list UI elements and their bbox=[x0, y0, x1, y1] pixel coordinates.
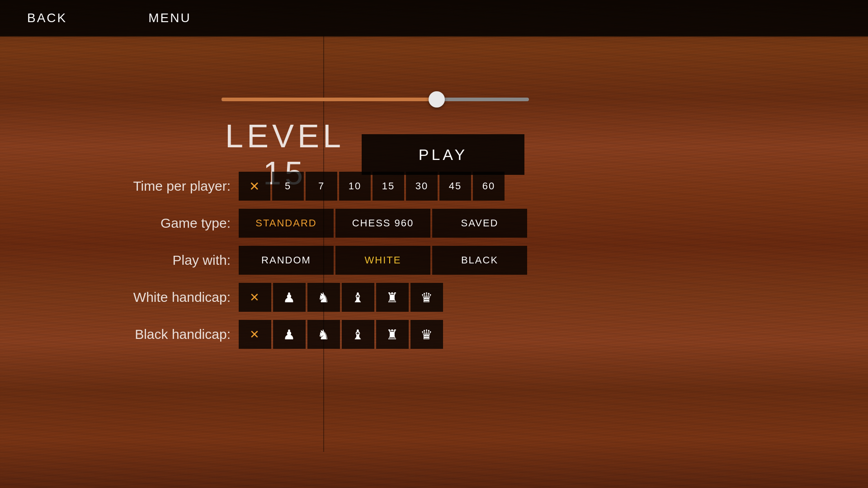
level-slider-container[interactable] bbox=[222, 90, 529, 108]
play-with-label: Play with: bbox=[90, 253, 231, 268]
play-with-row: Play with: RANDOM WHITE BLACK bbox=[90, 246, 778, 275]
time-btn-group: ✕ 5 7 10 15 30 45 60 bbox=[239, 172, 505, 201]
time-30-button[interactable]: 30 bbox=[406, 172, 438, 201]
time-7-button[interactable]: 7 bbox=[306, 172, 337, 201]
main-content: LEVEL 15 PLAY Time per player: ✕ 5 7 10 … bbox=[0, 36, 868, 488]
white-handicap-pawn-button[interactable]: ♟ bbox=[273, 283, 306, 312]
white-handicap-btn-group: ✕ ♟ ♞ ♝ ♜ ♛ bbox=[239, 283, 443, 312]
knight-icon: ♞ bbox=[317, 290, 330, 305]
time-15-button[interactable]: 15 bbox=[373, 172, 404, 201]
play-random-button[interactable]: RANDOM bbox=[239, 246, 334, 275]
time-10-button[interactable]: 10 bbox=[339, 172, 371, 201]
white-handicap-label: White handicap: bbox=[90, 290, 231, 305]
game-type-btn-group: STANDARD CHESS 960 SAVED bbox=[239, 209, 527, 238]
rook-icon-b: ♜ bbox=[386, 327, 399, 343]
play-white-button[interactable]: WHITE bbox=[335, 246, 430, 275]
slider-fill bbox=[222, 98, 437, 101]
pawn-icon: ♟ bbox=[283, 290, 296, 305]
black-handicap-btn-group: ✕ ♟ ♞ ♝ ♜ ♛ bbox=[239, 320, 443, 349]
black-handicap-pawn-button[interactable]: ♟ bbox=[273, 320, 306, 349]
white-handicap-queen-button[interactable]: ♛ bbox=[410, 283, 443, 312]
knight-icon-b: ♞ bbox=[317, 327, 330, 343]
black-handicap-knight-button[interactable]: ♞ bbox=[307, 320, 340, 349]
white-handicap-knight-button[interactable]: ♞ bbox=[307, 283, 340, 312]
slider-track[interactable] bbox=[222, 98, 529, 101]
game-type-row: Game type: STANDARD CHESS 960 SAVED bbox=[90, 209, 778, 238]
white-handicap-bishop-button[interactable]: ♝ bbox=[342, 283, 374, 312]
white-handicap-rook-button[interactable]: ♜ bbox=[376, 283, 409, 312]
queen-icon-b: ♛ bbox=[420, 327, 434, 343]
play-black-button[interactable]: BLACK bbox=[432, 246, 527, 275]
black-handicap-row: Black handicap: ✕ ♟ ♞ ♝ ♜ ♛ bbox=[90, 320, 778, 349]
white-handicap-none-button[interactable]: ✕ bbox=[239, 283, 271, 312]
queen-icon: ♛ bbox=[420, 290, 434, 305]
bishop-icon: ♝ bbox=[352, 290, 365, 305]
white-handicap-row: White handicap: ✕ ♟ ♞ ♝ ♜ ♛ bbox=[90, 283, 778, 312]
time-none-button[interactable]: ✕ bbox=[239, 172, 270, 201]
black-handicap-queen-button[interactable]: ♛ bbox=[410, 320, 443, 349]
bishop-icon-b: ♝ bbox=[352, 327, 365, 343]
menu-button[interactable]: MENU bbox=[148, 11, 191, 25]
black-handicap-label: Black handicap: bbox=[90, 327, 231, 342]
time-60-button[interactable]: 60 bbox=[473, 172, 505, 201]
game-type-standard-button[interactable]: STANDARD bbox=[239, 209, 334, 238]
black-handicap-bishop-button[interactable]: ♝ bbox=[342, 320, 374, 349]
top-bar: BACK MENU bbox=[0, 0, 868, 36]
back-button[interactable]: BACK bbox=[27, 11, 67, 25]
play-button[interactable]: PLAY bbox=[362, 134, 524, 175]
slider-thumb[interactable] bbox=[429, 91, 445, 108]
time-label: Time per player: bbox=[90, 178, 231, 194]
time-45-button[interactable]: 45 bbox=[439, 172, 471, 201]
game-type-label: Game type: bbox=[90, 216, 231, 231]
game-type-chess960-button[interactable]: CHESS 960 bbox=[335, 209, 430, 238]
black-handicap-rook-button[interactable]: ♜ bbox=[376, 320, 409, 349]
pawn-icon-b: ♟ bbox=[283, 327, 296, 343]
time-row: Time per player: ✕ 5 7 10 15 30 45 60 bbox=[90, 172, 778, 201]
play-with-btn-group: RANDOM WHITE BLACK bbox=[239, 246, 527, 275]
rook-icon: ♜ bbox=[386, 290, 399, 305]
settings-area: Time per player: ✕ 5 7 10 15 30 45 60 Ga… bbox=[90, 172, 778, 357]
game-type-saved-button[interactable]: SAVED bbox=[432, 209, 527, 238]
black-handicap-none-button[interactable]: ✕ bbox=[239, 320, 271, 349]
time-5-button[interactable]: 5 bbox=[272, 172, 304, 201]
